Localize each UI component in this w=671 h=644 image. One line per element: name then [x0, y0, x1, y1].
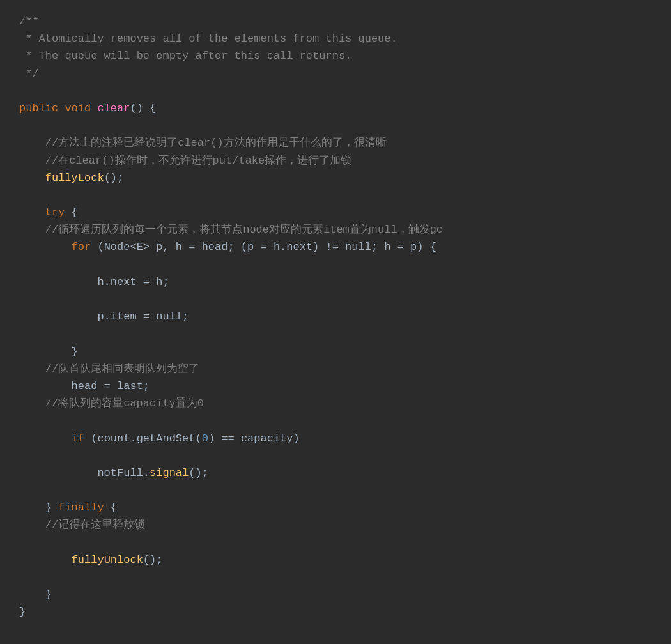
line-20: }	[19, 343, 652, 360]
line-29: } finally {	[19, 499, 652, 516]
line-26	[19, 447, 652, 464]
line-35: }	[19, 603, 652, 620]
line-23: //将队列的容量capacity置为0	[19, 395, 652, 412]
line-9: //在clear()操作时，不允许进行put/take操作，进行了加锁	[19, 152, 652, 169]
line-15	[19, 256, 652, 273]
line-32: fullyUnlock();	[19, 551, 652, 569]
line-1: /**	[19, 13, 652, 30]
code-viewer: /** * Atomically removes all of the elem…	[0, 0, 671, 634]
line-11	[19, 187, 652, 204]
line-16: h.next = h;	[19, 273, 652, 291]
line-34: }	[19, 586, 652, 603]
line-2: * Atomically removes all of the elements…	[19, 30, 652, 47]
line-12: try {	[19, 204, 652, 221]
line-8: //方法上的注释已经说明了clear()方法的作用是干什么的了，很清晰	[19, 134, 652, 151]
line-3: * The queue will be empty after this cal…	[19, 47, 652, 65]
line-18: p.item = null;	[19, 308, 652, 325]
line-13: //循环遍历队列的每一个元素，将其节点node对应的元素item置为null，触…	[19, 221, 652, 238]
line-30: //记得在这里释放锁	[19, 516, 652, 533]
line-4: */	[19, 65, 652, 82]
line-14: for (Node<E> p, h = head; (p = h.next) !…	[19, 238, 652, 256]
line-25: if (count.getAndSet(0) == capacity)	[19, 430, 652, 447]
line-19	[19, 325, 652, 342]
line-28	[19, 482, 652, 499]
line-6: public void clear() {	[19, 100, 652, 117]
line-33	[19, 569, 652, 586]
line-10: fullyLock();	[19, 169, 652, 187]
line-24	[19, 412, 652, 429]
line-31	[19, 534, 652, 551]
line-17	[19, 291, 652, 308]
line-7	[19, 117, 652, 134]
line-22: head = last;	[19, 378, 652, 395]
line-27: notFull.signal();	[19, 464, 652, 482]
line-5	[19, 82, 652, 100]
line-21: //队首队尾相同表明队列为空了	[19, 360, 652, 378]
